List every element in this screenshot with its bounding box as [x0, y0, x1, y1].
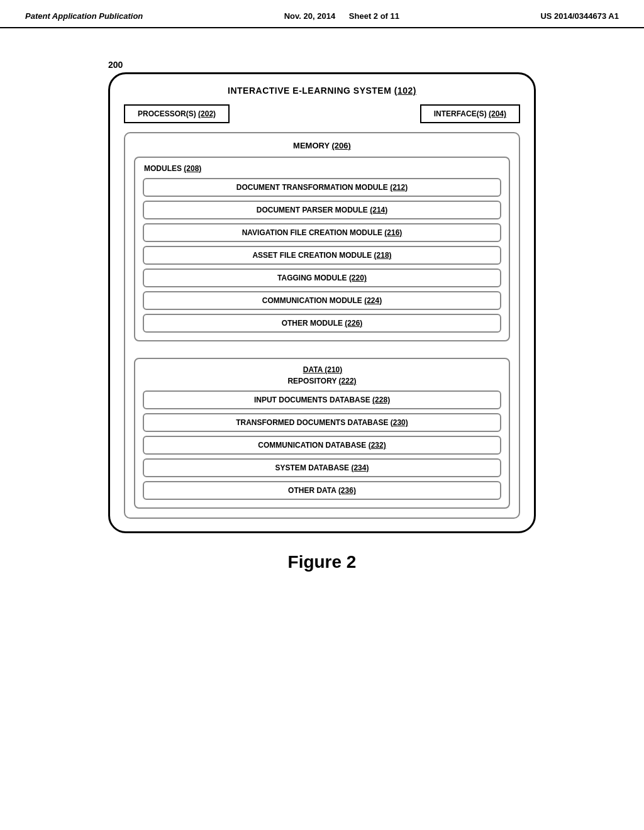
page-header: Patent Application Publication Nov. 20, … [0, 0, 644, 28]
data-item-1: TRANSFORMED DOCUMENTS DATABASE (230) [143, 413, 501, 432]
module-item-5: COMMUNICATION MODULE (224) [143, 291, 501, 310]
module-item-1: DOCUMENT PARSER MODULE (214) [143, 201, 501, 219]
module-item-2: NAVIGATION FILE CREATION MODULE (216) [143, 223, 501, 242]
diagram-label: 200 [108, 60, 536, 70]
data-subtitle: REPOSITORY (222) [143, 377, 501, 385]
header-publication: Patent Application Publication [25, 11, 143, 21]
module-item-3: ASSET FILE CREATION MODULE (218) [143, 246, 501, 265]
data-item-4: OTHER DATA (236) [143, 481, 501, 500]
module-list: DOCUMENT TRANSFORMATION MODULE (212)DOCU… [143, 178, 501, 333]
header-center: Nov. 20, 2014 Sheet 2 of 11 [284, 11, 399, 21]
figure-caption: Figure 2 [288, 552, 357, 572]
memory-title: MEMORY (206) [134, 141, 510, 150]
modules-title: MODULES (208) [143, 164, 501, 173]
module-item-4: TAGGING MODULE (220) [143, 268, 501, 287]
data-section: DATA (210) REPOSITORY (222) INPUT DOCUME… [134, 358, 510, 509]
module-item-0: DOCUMENT TRANSFORMATION MODULE (212) [143, 178, 501, 197]
module-item-6: OTHER MODULE (226) [143, 314, 501, 333]
header-sheet: Sheet 2 of 11 [349, 11, 399, 21]
data-item-3: SYSTEM DATABASE (234) [143, 458, 501, 477]
modules-section: MODULES (208) DOCUMENT TRANSFORMATION MO… [134, 157, 510, 341]
header-patent-number: US 2014/0344673 A1 [540, 11, 619, 21]
data-item-0: INPUT DOCUMENTS DATABASE (228) [143, 390, 501, 409]
data-list: INPUT DOCUMENTS DATABASE (228)TRANSFORME… [143, 390, 501, 500]
interface-box: INTERFACE(S) (204) [420, 104, 520, 123]
outer-system-box: INTERACTIVE E-LEARNING SYSTEM (102) PROC… [108, 72, 536, 533]
system-title: INTERACTIVE E-LEARNING SYSTEM (102) [124, 86, 520, 96]
header-date: Nov. 20, 2014 [284, 11, 335, 21]
processor-box: PROCESSOR(S) (202) [124, 104, 230, 123]
proc-iface-row: PROCESSOR(S) (202) INTERFACE(S) (204) [124, 104, 520, 123]
data-title: DATA (210) [143, 365, 501, 374]
diagram-area: 200 INTERACTIVE E-LEARNING SYSTEM (102) … [108, 60, 536, 533]
memory-box: MEMORY (206) MODULES (208) DOCUMENT TRAN… [124, 132, 520, 519]
main-content: 200 INTERACTIVE E-LEARNING SYSTEM (102) … [0, 28, 644, 591]
data-item-2: COMMUNICATION DATABASE (232) [143, 436, 501, 455]
